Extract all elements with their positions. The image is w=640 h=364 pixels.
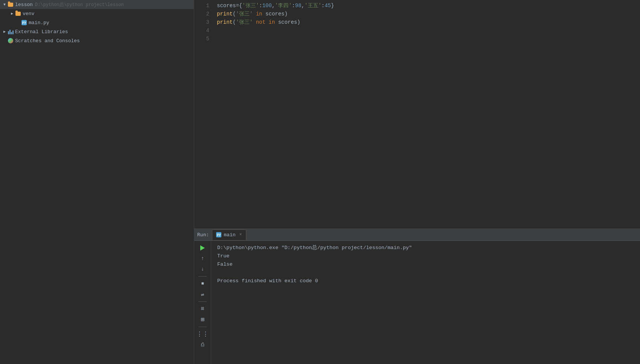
folder-icon: [8, 2, 14, 8]
library-icon: [8, 29, 14, 35]
grid-button[interactable]: ⋮⋮: [198, 330, 207, 338]
code-line-5: [217, 35, 640, 43]
code-line-2: print('张三' in scores): [217, 10, 640, 18]
sidebar-item-external-libraries[interactable]: ▶ External Libraries: [0, 27, 194, 36]
sidebar-item-label: main.py: [29, 20, 49, 26]
sidebar-item-venv[interactable]: ▶ venv: [0, 9, 194, 18]
console-line-exit: Process finished with exit code 0: [217, 277, 634, 285]
file-tree-sidebar: ▼ lesson D:\python总\python project\lesso…: [0, 0, 194, 364]
grid-icon: ⋮⋮: [196, 330, 209, 338]
code-line-3: print('张三' not in scores): [217, 18, 640, 26]
code-line-1: scores={'张三':100,'李四':98,'王五':45}: [217, 2, 640, 10]
layout-button[interactable]: ⊞: [198, 315, 207, 324]
console-toolbar: ↑ ↓ ■ ⇌ ≡: [194, 241, 211, 364]
code-line-4: [217, 26, 640, 35]
no-arrow: [2, 38, 8, 44]
console-line-true: True: [217, 252, 634, 260]
sidebar-item-scratches[interactable]: Scratches and Consoles: [0, 36, 194, 45]
play-icon: [200, 245, 205, 251]
console-line-false: False: [217, 260, 634, 269]
no-arrow: [15, 20, 21, 26]
layout-icon: ⊞: [201, 316, 204, 323]
run-tab-bar: Run: py main ×: [194, 229, 640, 241]
stop-button[interactable]: ■: [198, 280, 207, 288]
run-tab-main[interactable]: py main ×: [212, 229, 246, 240]
arrow-down-icon: ↓: [201, 266, 204, 272]
console-body: ↑ ↓ ■ ⇌ ≡: [194, 241, 640, 364]
sidebar-item-label: lesson: [15, 2, 33, 8]
arrow-up-icon: ↑: [201, 255, 204, 262]
console-output: D:\python\python.exe "D:/python总/python …: [211, 241, 640, 364]
run-tab-label: main: [224, 232, 235, 238]
print-button[interactable]: ⎙: [198, 341, 207, 349]
sidebar-item-label: venv: [23, 11, 34, 17]
scroll-up-button[interactable]: ↑: [198, 254, 207, 263]
run-panel: Run: py main × ↑ ↓: [194, 228, 640, 364]
tab-python-icon: py: [216, 232, 221, 237]
main-area: ▼ lesson D:\python总\python project\lesso…: [0, 0, 640, 364]
scratch-icon: [8, 38, 14, 44]
separator: [198, 301, 207, 302]
line-numbers: 1 2 3 4 5: [194, 2, 213, 228]
separator: [198, 276, 207, 277]
arrow-icon: ▼: [2, 2, 8, 8]
console-line-blank: [217, 269, 634, 277]
run-button[interactable]: [198, 244, 207, 252]
settings-button[interactable]: ≡: [198, 305, 207, 313]
python-file-icon: py: [21, 20, 27, 26]
scroll-to-end-button[interactable]: ⇌: [198, 290, 207, 298]
console-line-cmd: D:\python\python.exe "D:/python总/python …: [217, 244, 634, 252]
code-lines[interactable]: scores={'张三':100,'李四':98,'王五':45} print(…: [213, 2, 640, 228]
arrow-icon: ▶: [9, 11, 15, 17]
folder-icon: [15, 11, 21, 17]
sidebar-item-main-py[interactable]: py main.py: [0, 18, 194, 27]
print-icon: ⎙: [201, 342, 204, 348]
scroll-icon: ⇌: [201, 291, 204, 298]
sidebar-item-label: External Libraries: [15, 29, 68, 35]
scroll-down-button[interactable]: ↓: [198, 265, 207, 273]
settings-icon: ≡: [201, 306, 204, 312]
run-label: Run:: [197, 232, 209, 237]
sidebar-item-lesson[interactable]: ▼ lesson D:\python总\python project\lesso…: [0, 0, 194, 9]
tab-close-button[interactable]: ×: [239, 232, 242, 237]
separator: [198, 327, 207, 327]
sidebar-item-label: Scratches and Consoles: [15, 38, 80, 44]
arrow-icon: ▶: [2, 29, 8, 35]
code-editor[interactable]: 1 2 3 4 5 scores={'张三':100,'李四':98,'王五':…: [194, 0, 640, 228]
sidebar-item-path: D:\python总\python project\lesson: [35, 2, 124, 8]
stop-icon: ■: [201, 281, 204, 286]
